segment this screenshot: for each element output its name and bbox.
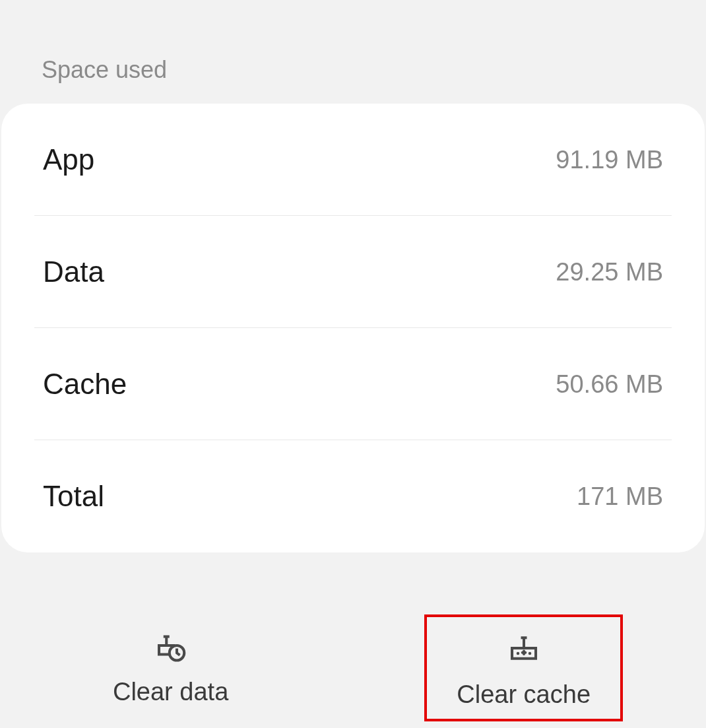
clear-data-button[interactable]: Clear data	[83, 614, 258, 721]
storage-row-app: App 91.19 MB	[1, 104, 705, 216]
clear-cache-button[interactable]: Clear cache	[424, 614, 623, 721]
storage-row-data: Data 29.25 MB	[1, 216, 705, 328]
storage-card: App 91.19 MB Data 29.25 MB Cache 50.66 M…	[1, 104, 705, 552]
storage-value: 171 MB	[577, 482, 663, 511]
storage-row-cache: Cache 50.66 MB	[1, 328, 705, 440]
clear-data-label: Clear data	[113, 678, 228, 706]
storage-value: 91.19 MB	[556, 146, 663, 174]
section-title: Space used	[0, 0, 706, 104]
storage-label: Total	[43, 480, 104, 513]
storage-label: Data	[43, 255, 104, 288]
trash-clock-icon	[153, 628, 189, 666]
clear-cache-label: Clear cache	[457, 680, 591, 709]
storage-row-total: Total 171 MB	[1, 440, 705, 552]
storage-label: App	[43, 143, 94, 176]
storage-label: Cache	[43, 368, 127, 401]
storage-value: 29.25 MB	[556, 258, 663, 286]
bottom-action-bar: Clear data Clear cache	[0, 614, 706, 728]
storage-value: 50.66 MB	[556, 370, 663, 399]
broom-icon	[506, 630, 542, 669]
